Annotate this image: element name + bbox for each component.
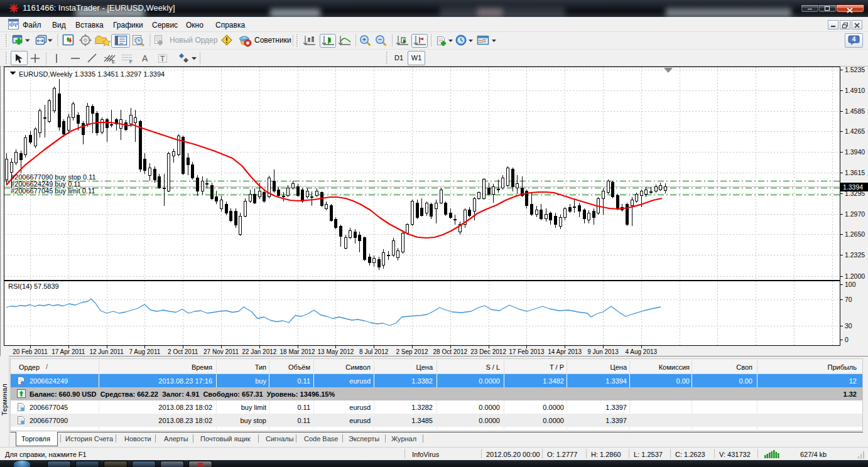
svg-text:30: 30 bbox=[845, 322, 852, 330]
svg-text:22 Jan 2012: 22 Jan 2012 bbox=[242, 348, 276, 355]
svg-text:70: 70 bbox=[845, 296, 852, 303]
svg-text:2 Sep 2012: 2 Sep 2012 bbox=[396, 348, 428, 355]
svg-text:1.4910: 1.4910 bbox=[845, 87, 865, 94]
svg-text:17 Feb 2013: 17 Feb 2013 bbox=[509, 348, 545, 355]
svg-text:Советники: Советники bbox=[254, 36, 291, 45]
svg-text:2 Oct 2011: 2 Oct 2011 bbox=[168, 348, 198, 355]
svg-text:EURUSD,Weekly 1.3335 1.3451 1: EURUSD,Weekly 1.3335 1.3451 1.3297 1.339… bbox=[19, 70, 165, 78]
svg-text:RSI(14) 57.5839: RSI(14) 57.5839 bbox=[8, 282, 59, 290]
svg-text:18 Mar 2012: 18 Mar 2012 bbox=[280, 348, 316, 355]
svg-text:F: F bbox=[129, 59, 133, 65]
svg-text:#2006677045 buy limit 0.11: #2006677045 buy limit 0.11 bbox=[11, 187, 95, 195]
svg-text:1.2970: 1.2970 bbox=[845, 210, 865, 218]
svg-text:28 Oct 2012: 28 Oct 2012 bbox=[433, 348, 468, 355]
svg-text:27 Nov 2011: 27 Nov 2011 bbox=[203, 348, 239, 355]
svg-text:23 Dec 2012: 23 Dec 2012 bbox=[470, 348, 506, 355]
svg-text:4 Aug 2013: 4 Aug 2013 bbox=[625, 348, 657, 355]
svg-text:T: T bbox=[160, 55, 165, 63]
svg-text:13 May 2012: 13 May 2012 bbox=[317, 348, 354, 355]
svg-text:7 Aug 2011: 7 Aug 2011 bbox=[129, 348, 160, 355]
svg-text:0: 0 bbox=[845, 336, 849, 343]
svg-text:8 Jul 2012: 8 Jul 2012 bbox=[359, 348, 389, 355]
svg-text:Новый Ордер: Новый Ордер bbox=[170, 36, 218, 45]
svg-text:17 Apr 2011: 17 Apr 2011 bbox=[52, 348, 85, 355]
svg-text:1.3394: 1.3394 bbox=[843, 183, 863, 191]
svg-text:12 Jun 2011: 12 Jun 2011 bbox=[89, 348, 124, 355]
svg-text:100: 100 bbox=[845, 281, 856, 288]
svg-text:1.4265: 1.4265 bbox=[845, 127, 865, 135]
svg-text:20 Feb 2011: 20 Feb 2011 bbox=[13, 348, 48, 355]
svg-text:1.3615: 1.3615 bbox=[845, 169, 865, 176]
svg-text:E: E bbox=[112, 59, 115, 65]
svg-text:1.2000: 1.2000 bbox=[845, 272, 865, 280]
svg-text:1.3940: 1.3940 bbox=[845, 148, 865, 156]
svg-text:4: 4 bbox=[852, 36, 856, 43]
svg-text:9 Jun 2013: 9 Jun 2013 bbox=[587, 348, 619, 355]
svg-text:1.2650: 1.2650 bbox=[845, 230, 865, 238]
svg-text:14 Apr 2013: 14 Apr 2013 bbox=[548, 348, 582, 355]
svg-text:A: A bbox=[142, 53, 148, 63]
svg-text:1.2325: 1.2325 bbox=[845, 251, 865, 259]
svg-text:1.5235: 1.5235 bbox=[845, 67, 865, 73]
svg-text:1.4585: 1.4585 bbox=[845, 107, 865, 115]
